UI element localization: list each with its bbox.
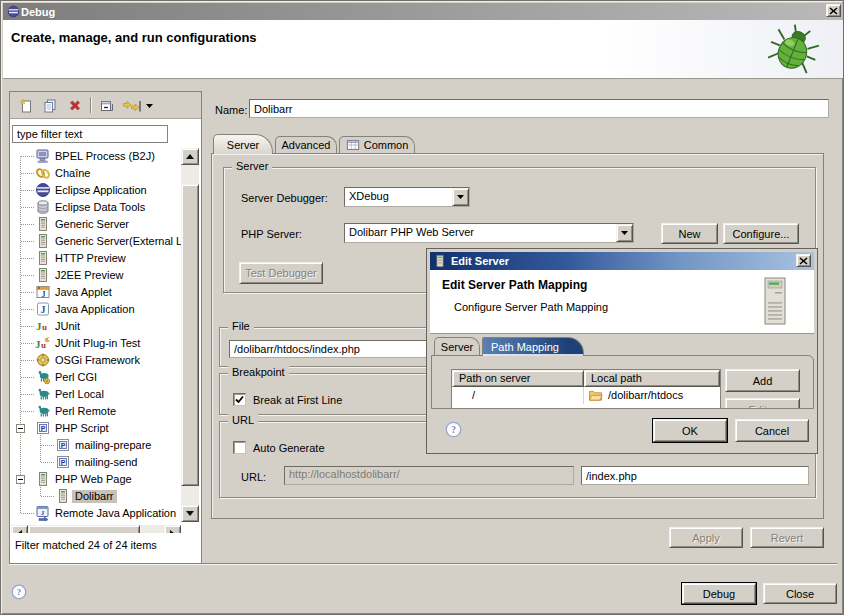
table-cell-local[interactable]: /dolibarr/htdocs (584, 387, 720, 404)
tree-item-java-applet[interactable]: JJava Applet (11, 284, 181, 301)
cancel-button[interactable]: Cancel (735, 419, 809, 442)
folder-icon (588, 389, 603, 404)
tree-item-cha-ne[interactable]: Chaîne (11, 165, 181, 182)
revert-button[interactable]: Revert (750, 527, 824, 548)
add-mapping-button[interactable]: Add (725, 369, 800, 392)
tree-item-osgi-framework[interactable]: OSGi Framework (11, 352, 181, 369)
name-label: Name: (215, 104, 247, 116)
filter-dropdown-arrow[interactable] (144, 96, 154, 115)
filter-configurations-button[interactable] (120, 96, 144, 115)
tree-item-php-script[interactable]: PPHP Script (11, 420, 181, 437)
tree-item-mailing-send[interactable]: Pmailing-send (11, 454, 181, 471)
tree-item-perl-remote[interactable]: Perl Remote (11, 403, 181, 420)
combo-arrow-icon (452, 188, 469, 206)
path-mapping-content: Path on server Local path //dolibarr/htd… (431, 355, 814, 409)
server-debugger-combo[interactable]: XDebug (344, 187, 470, 207)
tree-item-remote-java-application[interactable]: JRemote Java Application (11, 505, 181, 522)
tree-item-http-preview[interactable]: HTTP Preview (11, 250, 181, 267)
title-bar: Debug (3, 3, 843, 20)
tree-item-bpel-process-b2j-[interactable]: BPEL Process (B2J) (11, 148, 181, 165)
tree-vertical-scrollbar[interactable] (181, 148, 199, 522)
tree-item-generic-server-external-la[interactable]: Generic Server(External La (11, 233, 181, 250)
server-icon (35, 471, 51, 487)
ok-button[interactable]: OK (653, 419, 727, 442)
filter-input[interactable] (12, 125, 168, 143)
tab-server-dialog[interactable]: Server (434, 337, 480, 355)
column-path-on-server[interactable]: Path on server (452, 370, 584, 387)
bug-icon (767, 22, 821, 76)
configurations-toolbar (10, 92, 201, 119)
window-title: Debug (21, 6, 55, 18)
server-icon (35, 216, 51, 232)
toolbar-separator (90, 97, 92, 113)
url-base-field: http://localhostdolibarr/ (284, 466, 574, 485)
tab-common[interactable]: Common (339, 136, 415, 153)
collapse-all-button[interactable] (97, 96, 117, 115)
tree-item-junit[interactable]: JuJUnit (11, 318, 181, 335)
url-label: URL: (241, 471, 266, 483)
tree-item-perl-local[interactable]: Perl Local (11, 386, 181, 403)
tree-item-eclipse-application[interactable]: Eclipse Application (11, 182, 181, 199)
php-server-combo[interactable]: Dolibarr PHP Web Server (344, 223, 634, 243)
edit-server-heading: Edit Server Path Mapping (442, 278, 587, 292)
column-local-path[interactable]: Local path (584, 370, 720, 387)
table-cell-path[interactable]: / (452, 387, 584, 404)
test-debugger-button[interactable]: Test Debugger (239, 262, 323, 284)
svg-text:u: u (41, 340, 46, 350)
tree-item-junit-plug-in-test[interactable]: JuJUnit Plug-in Test (11, 335, 181, 352)
url-path-input[interactable] (581, 466, 809, 485)
server-icon (35, 250, 51, 266)
edit-server-title: Edit Server (451, 255, 509, 267)
new-server-button[interactable]: New (661, 223, 718, 244)
osgi-icon (35, 352, 51, 368)
auto-generate-checkbox[interactable] (233, 441, 246, 454)
svg-text:?: ? (17, 587, 21, 597)
tree-expander[interactable] (16, 424, 25, 433)
dialog-banner: Create, manage, and run configurations (3, 20, 843, 79)
help-button[interactable]: ? (11, 584, 27, 600)
apply-button[interactable]: Apply (669, 527, 743, 548)
configurations-tree: BPEL Process (B2J)ChaîneEclipse Applicat… (11, 148, 181, 522)
tree-item-dolibarr[interactable]: Dolibarr (11, 488, 181, 505)
close-button[interactable]: Close (763, 583, 837, 604)
edit-server-button-bar: ? OK Cancel (431, 409, 814, 452)
footer-separator (9, 563, 837, 565)
tree-item-generic-server[interactable]: Generic Server (11, 216, 181, 233)
debug-button[interactable]: Debug (682, 583, 756, 604)
tree-item-php-web-page[interactable]: PHP Web Page (11, 471, 181, 488)
tree-item-j2ee-preview[interactable]: J2EE Preview (11, 267, 181, 284)
tree-item-perl-cgi[interactable]: Perl CGI (11, 369, 181, 386)
php-icon: P (55, 437, 71, 453)
path-mapping-table: Path on server Local path //dolibarr/htd… (451, 369, 721, 409)
close-window-button[interactable] (826, 4, 841, 17)
close-edit-server-button[interactable] (796, 254, 811, 267)
server-icon (35, 267, 51, 283)
configure-server-button[interactable]: Configure... (723, 223, 799, 244)
perl-icon (35, 403, 51, 419)
tree-item-java-application[interactable]: JJava Application (11, 301, 181, 318)
bpel-icon (35, 148, 51, 164)
edit-mapping-button[interactable]: Edit... (725, 398, 800, 409)
tab-advanced[interactable]: Advanced (275, 136, 337, 153)
applet-icon: J (35, 284, 51, 300)
break-first-line-checkbox[interactable] (233, 393, 246, 406)
svg-text:J: J (41, 304, 46, 315)
debug-dialog-window: Debug Create, manage, and run configurat… (0, 0, 844, 615)
combo-arrow-icon (616, 224, 633, 242)
remotejava-icon: J (35, 505, 51, 521)
duplicate-configuration-button[interactable] (40, 96, 60, 115)
table-icon (346, 138, 360, 152)
name-input[interactable] (249, 99, 829, 118)
server-tower-icon (762, 276, 788, 326)
new-configuration-button[interactable] (16, 96, 36, 115)
dialog-help-button[interactable]: ? (445, 421, 462, 438)
php-server-label: PHP Server: (241, 228, 302, 240)
tree-item-mailing-prepare[interactable]: Pmailing-prepare (11, 437, 181, 454)
tab-server[interactable]: Server (213, 134, 273, 154)
tab-path-mapping[interactable]: Path Mapping (482, 337, 584, 356)
break-first-line-label: Break at First Line (253, 394, 342, 406)
javaapp-icon: J (35, 301, 51, 317)
tree-expander[interactable] (16, 475, 25, 484)
delete-configuration-button[interactable] (65, 96, 85, 115)
tree-item-eclipse-data-tools[interactable]: Eclipse Data Tools (11, 199, 181, 216)
